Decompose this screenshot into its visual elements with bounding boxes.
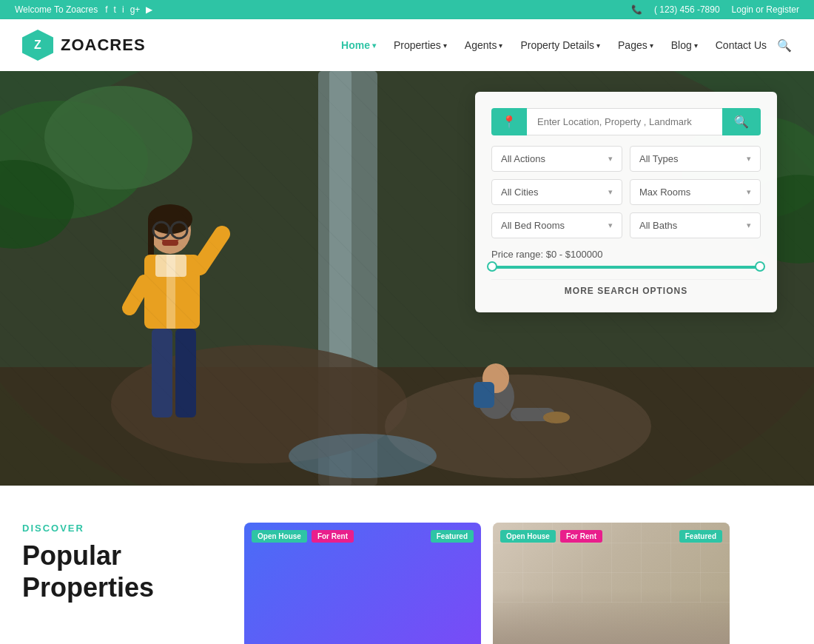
chevron-down-icon: ▾	[608, 154, 613, 164]
chevron-down-icon: ▾	[747, 221, 751, 230]
nav-item-pages[interactable]: Pages ▾	[610, 35, 661, 56]
phone-number: ( 123) 456 -7890	[654, 4, 720, 15]
search-panel: 📍 🔍 All Actions ▾ All Types ▾ All Cities…	[475, 92, 777, 312]
social-icons: f t i g+ ▶	[105, 4, 152, 15]
svg-rect-9	[0, 367, 814, 486]
navbar: Z ZOACRES Home ▾ Properties ▾ Agents ▾ P…	[0, 19, 814, 71]
chevron-down-icon: ▾	[608, 221, 613, 230]
svg-rect-16	[144, 255, 200, 329]
chevron-down-icon: ▾	[596, 41, 600, 50]
chevron-down-icon: ▾	[747, 154, 751, 164]
svg-rect-17	[166, 255, 175, 329]
svg-point-13	[149, 207, 191, 254]
property-card-2[interactable]: Open House For Rent Featured	[493, 523, 730, 644]
search-icon[interactable]: 🔍	[777, 38, 792, 53]
search-input-row: 📍 🔍	[491, 108, 761, 135]
rooms-filter[interactable]: Max Rooms ▾	[630, 179, 761, 205]
nav-item-property-details[interactable]: Property Details ▾	[513, 35, 608, 56]
svg-point-28	[482, 363, 509, 393]
search-input[interactable]	[527, 108, 722, 135]
price-slider-track[interactable]	[491, 266, 761, 269]
svg-point-14	[148, 204, 192, 234]
tag-for-rent-2: For Rent	[560, 530, 602, 543]
chevron-down-icon: ▾	[443, 41, 447, 50]
below-hero-section: DISCOVER Popular Properties Open House F…	[0, 486, 814, 644]
googleplus-icon[interactable]: g+	[130, 4, 141, 15]
svg-point-11	[385, 375, 651, 478]
auth-link[interactable]: Login or Register	[732, 4, 799, 15]
tag-featured-2: Featured	[679, 530, 722, 543]
chevron-down-icon: ▾	[694, 41, 698, 50]
svg-point-30	[543, 412, 570, 423]
chevron-down-icon: ▾	[650, 41, 653, 50]
logo[interactable]: Z ZOACRES	[22, 30, 146, 61]
section-title-area: DISCOVER Popular Properties	[22, 523, 215, 603]
top-bar-right: 📞 ( 123) 456 -7890 Login or Register	[631, 4, 799, 15]
svg-rect-22	[175, 329, 196, 417]
search-filters: All Actions ▾ All Types ▾ All Cities ▾ M…	[491, 146, 761, 238]
tag-open-house: Open House	[252, 530, 307, 543]
baths-filter[interactable]: All Baths ▾	[630, 212, 761, 238]
cities-filter[interactable]: All Cities ▾	[491, 179, 622, 205]
search-go-button[interactable]: 🔍	[722, 108, 761, 135]
chevron-down-icon: ▾	[372, 41, 376, 50]
nav-item-contact[interactable]: Contact Us	[708, 35, 774, 56]
svg-rect-31	[474, 382, 494, 408]
svg-rect-21	[152, 329, 172, 417]
svg-rect-2	[318, 71, 377, 486]
svg-rect-15	[148, 219, 154, 278]
facebook-icon[interactable]: f	[105, 4, 107, 15]
price-label: Price range: $0 - $100000	[491, 249, 761, 260]
tag-featured: Featured	[431, 530, 474, 543]
more-search-options[interactable]: MORE SEARCH OPTIONS	[491, 279, 761, 296]
svg-point-6	[44, 86, 192, 189]
svg-point-10	[111, 345, 407, 463]
welcome-text: Welcome To Zoacres	[15, 4, 98, 15]
actions-filter[interactable]: All Actions ▾	[491, 146, 622, 172]
svg-line-19	[200, 234, 222, 267]
svg-point-5	[0, 160, 74, 249]
types-filter[interactable]: All Types ▾	[630, 146, 761, 172]
price-slider-min-thumb[interactable]	[487, 261, 497, 272]
svg-point-27	[477, 375, 514, 419]
nav-item-blog[interactable]: Blog ▾	[664, 35, 705, 56]
chevron-down-icon: ▾	[499, 41, 502, 50]
location-button[interactable]: 📍	[491, 108, 527, 135]
svg-point-4	[0, 101, 148, 219]
price-range: Price range: $0 - $100000	[491, 249, 761, 269]
card-tags-1: Open House For Rent	[252, 530, 354, 543]
svg-point-24	[171, 222, 187, 238]
nav-item-home[interactable]: Home ▾	[334, 35, 383, 56]
svg-line-20	[130, 282, 144, 308]
bedrooms-filter[interactable]: All Bed Rooms ▾	[491, 212, 622, 238]
popular-properties-section: DISCOVER Popular Properties Open House F…	[22, 523, 792, 644]
chevron-down-icon: ▾	[747, 187, 751, 197]
discover-label: DISCOVER	[22, 523, 215, 534]
price-slider-fill	[491, 266, 761, 269]
hero-section: 📍 🔍 All Actions ▾ All Types ▾ All Cities…	[0, 71, 814, 486]
instagram-icon[interactable]: i	[122, 4, 124, 15]
popular-properties-title: Popular Properties	[22, 540, 215, 603]
nav-item-agents[interactable]: Agents ▾	[457, 35, 511, 56]
top-bar-left: Welcome To Zoacres f t i g+ ▶	[15, 4, 152, 15]
logo-text: ZOACRES	[61, 36, 146, 55]
svg-rect-18	[155, 255, 186, 277]
top-bar: Welcome To Zoacres f t i g+ ▶ 📞 ( 123) 4…	[0, 0, 814, 19]
nav-links: Home ▾ Properties ▾ Agents ▾ Property De…	[334, 35, 792, 56]
phone-icon: 📞	[631, 4, 642, 15]
svg-rect-29	[511, 408, 555, 421]
card-tags-2: Open House For Rent	[500, 530, 602, 543]
nav-item-properties[interactable]: Properties ▾	[386, 35, 454, 56]
chevron-down-icon: ▾	[608, 187, 613, 197]
twitter-icon[interactable]: t	[114, 4, 116, 15]
tag-open-house-2: Open House	[500, 530, 556, 543]
price-slider-max-thumb[interactable]	[755, 261, 765, 272]
svg-point-12	[289, 434, 437, 478]
property-cards-row: Open House For Rent Featured Open House	[244, 523, 730, 644]
logo-icon: Z	[22, 30, 53, 61]
svg-rect-3	[329, 71, 352, 486]
tag-for-rent: For Rent	[312, 530, 354, 543]
property-card-1[interactable]: Open House For Rent Featured	[244, 523, 481, 644]
svg-rect-26	[162, 240, 178, 246]
youtube-icon[interactable]: ▶	[146, 4, 152, 15]
